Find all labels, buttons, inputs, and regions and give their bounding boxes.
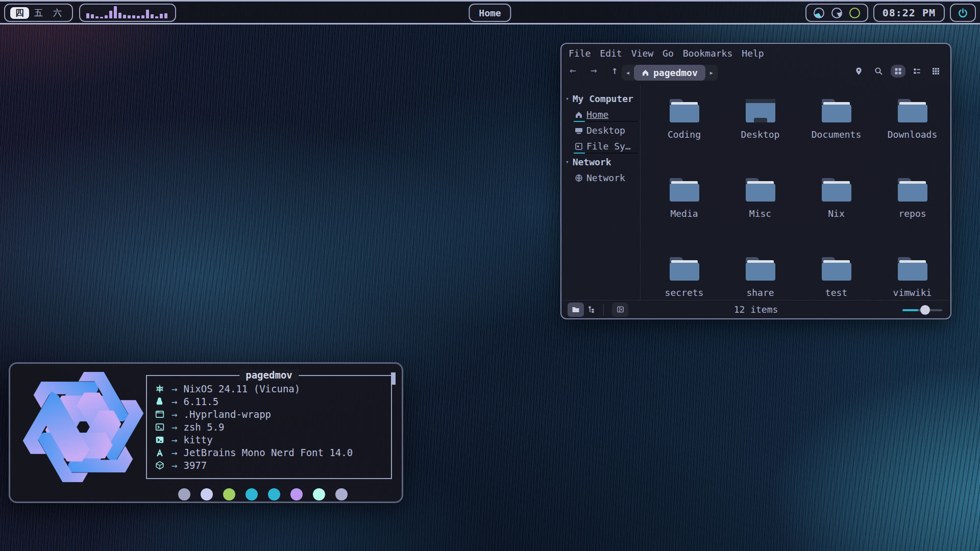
menu-view[interactable]: View	[631, 48, 653, 59]
folder-grid: CodingDesktopDocumentsDownloadsMediaMisc…	[641, 85, 950, 300]
desktop: 四五六 Home 08:22 PM FileEditViewGoBookmark…	[0, 0, 980, 551]
visualizer-bar	[105, 15, 108, 18]
fetch-row-wm: →.Hyprland-wrapp	[155, 408, 383, 420]
visualizer-bar	[123, 15, 126, 18]
path-segment-home[interactable]: pagedmov	[634, 65, 705, 81]
folder-downloads[interactable]: Downloads	[874, 95, 950, 174]
file-manager-window: FileEditViewGoBookmarksHelp ← → ↑ ◀ page…	[560, 43, 951, 319]
folder-documents[interactable]: Documents	[798, 95, 874, 174]
folder-share[interactable]: share	[722, 253, 798, 332]
folder-repos[interactable]: repos	[874, 174, 950, 253]
thumbnail-view-icon	[932, 67, 940, 75]
folder-test[interactable]: test	[798, 253, 874, 332]
sidebar-section-my-computer[interactable]: ▾My Computer	[561, 91, 640, 107]
folder-vimwiki[interactable]: vimwiki	[874, 253, 950, 332]
fetch-value-kernel: 6.11.5	[183, 396, 218, 407]
status-bar: 四五六 Home 08:22 PM	[0, 0, 980, 24]
folder-icon	[670, 99, 699, 122]
menu-file[interactable]: File	[569, 48, 591, 59]
slider-knob[interactable]	[920, 305, 930, 315]
gauge-green[interactable]	[849, 8, 860, 18]
back-button[interactable]: ←	[570, 64, 576, 77]
gauge-cyan[interactable]	[814, 8, 824, 18]
places-sidebar: ▾My ComputerHomeDesktopFile Sy…▾NetworkN…	[561, 85, 641, 300]
power-button[interactable]	[950, 4, 976, 22]
folder-body	[898, 263, 927, 281]
sidebar-item-label: Desktop	[586, 125, 625, 136]
path-scroll-left-icon[interactable]: ◀	[622, 70, 634, 76]
sidebar-item-home[interactable]: Home	[561, 107, 640, 122]
menu-help[interactable]: Help	[742, 48, 764, 59]
visualizer-bar	[86, 13, 89, 18]
arrow-icon: →	[172, 396, 177, 407]
thumbnail-view-button[interactable]	[928, 65, 943, 78]
location-button[interactable]	[851, 64, 867, 78]
folder-name: Downloads	[874, 129, 950, 140]
terminal-icon	[155, 435, 167, 444]
home-icon	[575, 111, 583, 119]
icon-view-button[interactable]	[891, 65, 905, 78]
fetch-row-shell: →zsh 5.9	[155, 420, 383, 433]
workspace-3[interactable]: 六	[48, 7, 67, 19]
sidebar-section-network[interactable]: ▾Network	[561, 154, 640, 170]
statusbar: 12 items	[561, 300, 950, 318]
icon-size-slider[interactable]	[902, 305, 942, 314]
folder-misc[interactable]: Misc	[722, 174, 798, 253]
active-window-title[interactable]: Home	[469, 4, 511, 22]
menu-bar: FileEditViewGoBookmarksHelp	[569, 48, 764, 59]
arrow-icon: →	[172, 460, 177, 471]
folder-media[interactable]: Media	[646, 174, 722, 253]
nixos-logo	[19, 372, 147, 482]
folder-body	[898, 184, 927, 202]
palette-dot	[335, 488, 348, 500]
palette-dot	[313, 488, 325, 500]
palette-dot	[201, 488, 213, 500]
fetch-row-packages: →3977	[155, 459, 383, 471]
folder-name: Misc	[722, 208, 798, 219]
forward-button[interactable]: →	[591, 64, 597, 77]
items-count: 12 items	[561, 304, 950, 315]
sidebar-item-desktop[interactable]: Desktop	[561, 122, 640, 138]
hostname: pagedmov	[239, 369, 299, 381]
folder-nix[interactable]: Nix	[798, 174, 874, 253]
arrow-icon: →	[172, 447, 177, 458]
menu-edit[interactable]: Edit	[600, 48, 622, 59]
compact-view-button[interactable]	[910, 65, 924, 78]
sidebar-item-network[interactable]: Network	[561, 170, 640, 186]
fetch-row-terminal: →kitty	[155, 433, 383, 446]
bar-left-modules: 四五六	[4, 4, 176, 22]
path-scroll-right-icon[interactable]: ▶	[705, 70, 718, 76]
terminal-window: pagedmov →NixOS 24.11 (Vicuna)→6.11.5→.H…	[9, 362, 403, 503]
search-button[interactable]	[871, 64, 887, 78]
audio-visualizer	[79, 4, 176, 22]
menu-bookmarks[interactable]: Bookmarks	[683, 48, 733, 59]
workspace-2[interactable]: 五	[29, 7, 48, 19]
folder-icon	[670, 257, 699, 281]
arrow-icon: →	[172, 409, 177, 420]
folder-body	[822, 263, 851, 281]
folder-secrets[interactable]: secrets	[646, 253, 722, 332]
menu-go[interactable]: Go	[663, 48, 674, 59]
workspace-1[interactable]: 四	[10, 7, 29, 19]
folder-icon	[822, 178, 851, 202]
folder-name: Media	[646, 208, 722, 219]
visualizer-bar	[95, 16, 99, 18]
sidebar-item-filesy[interactable]: File Sy…	[561, 138, 640, 154]
fastfetch-box: pagedmov →NixOS 24.11 (Vicuna)→6.11.5→.H…	[146, 375, 392, 479]
folder-coding[interactable]: Coding	[646, 95, 722, 174]
visualizer-bar	[114, 6, 117, 18]
clock[interactable]: 08:22 PM	[873, 4, 945, 22]
folder-desktop[interactable]: Desktop	[722, 95, 798, 174]
arrow-icon: →	[172, 421, 177, 433]
folder-icon	[898, 99, 927, 122]
visualizer-bar	[91, 14, 94, 18]
fetch-row-font: →JetBrains Mono Nerd Font 14.0	[155, 446, 383, 459]
package-icon	[155, 461, 167, 470]
nix-icon	[155, 384, 167, 393]
collapse-icon: ▾	[566, 159, 569, 165]
up-button[interactable]: ↑	[611, 64, 618, 77]
shell-icon	[155, 422, 167, 432]
folder-body	[822, 184, 851, 202]
screen-stand	[754, 118, 767, 122]
gauge-lavender[interactable]	[831, 8, 842, 18]
